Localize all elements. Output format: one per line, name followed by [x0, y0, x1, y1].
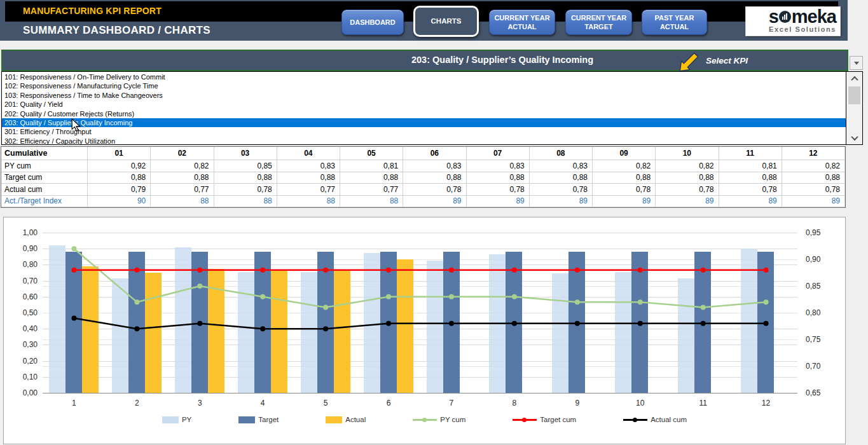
table-value-cell[interactable]: 0,88	[782, 172, 845, 184]
someka-wordmark: smeka	[746, 8, 836, 25]
legend-item-actual: Actual	[326, 416, 366, 423]
actual-cum-marker	[134, 326, 139, 331]
scroll-down-button[interactable]	[846, 132, 862, 144]
table-value-cell[interactable]: 89	[656, 196, 719, 208]
table-value-cell[interactable]: 0,88	[277, 172, 340, 184]
current-year-actual-button[interactable]: CURRENT YEAR ACTUAL	[489, 10, 555, 35]
actual-cum-marker	[71, 315, 76, 320]
table-value-cell[interactable]: 0,88	[403, 172, 466, 184]
charts-button[interactable]: CHARTS	[413, 6, 479, 37]
kpi-list-item[interactable]: 102: Responsiveness / Manufacturing Cycl…	[2, 81, 846, 90]
table-value-cell[interactable]: 88	[340, 196, 403, 208]
table-value-cell[interactable]: 0,88	[467, 172, 530, 184]
month-column-header[interactable]: 04	[277, 147, 340, 160]
table-value-cell[interactable]: 0,88	[340, 172, 403, 184]
table-value-cell[interactable]: 0,88	[214, 172, 277, 184]
table-value-cell[interactable]: 89	[719, 196, 782, 208]
kpi-list-item[interactable]: 103: Responsiveness / Time to Make Chang…	[2, 91, 846, 100]
table-corner-header[interactable]: Cumulative	[1, 147, 88, 160]
dashboard-button[interactable]: DASHBOARD	[341, 10, 404, 35]
table-value-cell[interactable]: 0,88	[151, 172, 214, 184]
table-value-cell[interactable]: 88	[214, 196, 277, 208]
logo-chart-icon	[779, 11, 791, 23]
month-column-header[interactable]: 12	[782, 147, 845, 160]
target-cum-marker	[575, 268, 580, 273]
table-value-cell[interactable]: 89	[782, 196, 845, 208]
dropdown-scrollbar[interactable]	[846, 72, 862, 144]
month-column-header[interactable]: 05	[340, 147, 403, 160]
table-value-cell[interactable]: 0,78	[467, 184, 530, 196]
month-column-header[interactable]: 02	[151, 147, 214, 160]
table-value-cell[interactable]: 0,83	[530, 160, 593, 172]
kpi-list-item[interactable]: 203: Quality / Supplier’s Quality Incomi…	[2, 118, 846, 127]
current-year-target-button[interactable]: CURRENT YEAR TARGET	[565, 10, 632, 35]
scrollbar-thumb[interactable]	[848, 86, 860, 104]
table-value-cell[interactable]: 0,92	[88, 160, 151, 172]
target-cum-marker	[449, 268, 454, 273]
kpi-list-item[interactable]: 301: Efficiency / Throughput	[2, 127, 846, 136]
py-cum-marker	[638, 299, 643, 305]
month-column-header[interactable]: 09	[593, 147, 656, 160]
legend-swatch	[162, 416, 179, 423]
month-column-header[interactable]: 07	[467, 147, 530, 160]
table-row-label[interactable]: Actual cum	[1, 184, 88, 196]
table-row-label[interactable]: Target cum	[1, 172, 88, 184]
past-year-actual-button[interactable]: PAST YEAR ACTUAL	[642, 10, 707, 35]
table-value-cell[interactable]: 88	[151, 196, 214, 208]
month-column-header[interactable]: 10	[656, 147, 719, 160]
table-row-label[interactable]: PY cum	[1, 160, 88, 172]
table-value-cell[interactable]: 0,77	[340, 184, 403, 196]
table-value-cell[interactable]: 0,83	[403, 160, 466, 172]
table-value-cell[interactable]: 89	[467, 196, 530, 208]
kpi-selector-bar[interactable]: 203: Quality / Supplier’s Quality Incomi…	[1, 50, 848, 71]
table-value-cell[interactable]: 0,88	[593, 172, 656, 184]
actual-cum-marker	[197, 321, 202, 326]
table-value-cell[interactable]: 0,82	[782, 160, 845, 172]
select-kpi-hint: Select KPI	[706, 56, 748, 65]
table-value-cell[interactable]: 0,78	[214, 184, 277, 196]
table-value-cell[interactable]: 0,79	[88, 184, 151, 196]
kpi-dropdown-button[interactable]	[850, 56, 863, 70]
table-value-cell[interactable]: 0,78	[530, 184, 593, 196]
month-column-header[interactable]: 03	[214, 147, 277, 160]
table-value-cell[interactable]: 89	[530, 196, 593, 208]
month-column-header[interactable]: 11	[719, 147, 782, 160]
table-value-cell[interactable]: 89	[593, 196, 656, 208]
table-value-cell[interactable]: 0,78	[593, 184, 656, 196]
table-value-cell[interactable]: 0,78	[782, 184, 845, 196]
table-value-cell[interactable]: 0,88	[656, 172, 719, 184]
table-value-cell[interactable]: 0,88	[88, 172, 151, 184]
kpi-list-item[interactable]: 201: Quality / Yield	[2, 100, 846, 109]
target-cum-marker	[134, 268, 139, 273]
scroll-up-button[interactable]	[846, 72, 862, 85]
manufacturing-kpi-report-page: MANUFACTURING KPI REPORT SUMMARY DASHBOA…	[0, 0, 868, 445]
kpi-list-item[interactable]: 202: Quality / Customer Rejects (Returns…	[2, 109, 846, 118]
table-value-cell[interactable]: 0,88	[530, 172, 593, 184]
table-value-cell[interactable]: 0,77	[151, 184, 214, 196]
table-value-cell[interactable]: 89	[403, 196, 466, 208]
table-value-cell[interactable]: 0,82	[593, 160, 656, 172]
table-value-cell[interactable]: 0,81	[719, 160, 782, 172]
table-value-cell[interactable]: 0,78	[719, 184, 782, 196]
kpi-list-item[interactable]: 101: Responsiveness / On-Time Delivery t…	[2, 72, 846, 81]
table-value-cell[interactable]: 0,82	[151, 160, 214, 172]
table-value-cell[interactable]: 90	[88, 196, 151, 208]
legend-label: PY	[182, 416, 191, 423]
chevron-up-icon	[851, 76, 858, 83]
month-column-header[interactable]: 06	[403, 147, 466, 160]
table-value-cell[interactable]: 0,83	[467, 160, 530, 172]
table-value-cell[interactable]: 0,85	[214, 160, 277, 172]
py-cum-marker	[260, 294, 265, 299]
table-row-label[interactable]: Act./Target Index	[1, 196, 88, 208]
table-value-cell[interactable]: 0,82	[656, 160, 719, 172]
table-value-cell[interactable]: 0,78	[656, 184, 719, 196]
table-value-cell[interactable]: 0,78	[403, 184, 466, 196]
table-value-cell[interactable]: 0,77	[277, 184, 340, 196]
table-value-cell[interactable]: 0,83	[277, 160, 340, 172]
month-column-header[interactable]: 08	[530, 147, 593, 160]
table-value-cell[interactable]: 88	[277, 196, 340, 208]
table-value-cell[interactable]: 0,81	[340, 160, 403, 172]
table-value-cell[interactable]: 0,88	[719, 172, 782, 184]
month-column-header[interactable]: 01	[88, 147, 151, 160]
kpi-list-item[interactable]: 302: Efficiency / Capacity Utilization	[2, 137, 846, 146]
